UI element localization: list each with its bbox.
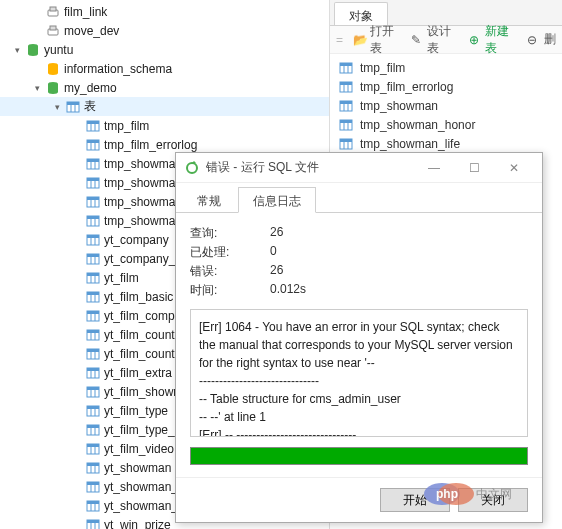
expand-icon[interactable] (72, 310, 83, 321)
svg-rect-104 (340, 82, 352, 85)
stat-value: 0 (270, 244, 528, 261)
tree-label: tmp_showman (104, 157, 182, 171)
svg-rect-20 (87, 159, 99, 162)
progress-bar (190, 447, 528, 465)
table-icon (85, 156, 101, 172)
expand-icon[interactable] (72, 348, 83, 359)
open-table-button[interactable]: 📂打开表 (353, 23, 401, 57)
tree-row[interactable]: ▾yuntu (0, 40, 329, 59)
svg-rect-84 (87, 463, 99, 466)
tree-label: move_dev (64, 24, 119, 38)
expand-icon[interactable] (72, 462, 83, 473)
expand-icon[interactable]: ▾ (12, 44, 23, 55)
expand-icon[interactable] (72, 367, 83, 378)
svg-rect-68 (87, 387, 99, 390)
tree-label: yt_film_country (104, 328, 185, 342)
list-item[interactable]: tmp_showman (334, 96, 558, 115)
expand-icon[interactable] (72, 519, 83, 529)
list-item[interactable]: tmp_showman_honor (334, 115, 558, 134)
tree-row[interactable]: ▾表 (0, 97, 329, 116)
expand-icon[interactable]: ▾ (32, 82, 43, 93)
tree-label: yt_film_extra (104, 366, 172, 380)
minimize-button[interactable]: — (414, 154, 454, 182)
stat-label: 查询: (190, 225, 270, 242)
expand-icon[interactable] (72, 253, 83, 264)
tree-row[interactable]: ▾my_demo (0, 78, 329, 97)
tab-info-log[interactable]: 信息日志 (238, 187, 316, 213)
svg-rect-100 (340, 63, 352, 66)
expand-icon[interactable] (32, 63, 43, 74)
expand-icon[interactable] (32, 25, 43, 36)
svg-rect-3 (50, 26, 56, 30)
stat-label: 错误: (190, 263, 270, 280)
tree-label: tmp_film (104, 119, 149, 133)
error-line: [Err] -- ------------------------------ (199, 426, 519, 437)
list-item-label: tmp_showman_life (360, 137, 460, 151)
expand-icon[interactable] (72, 234, 83, 245)
dialog-titlebar[interactable]: 错误 - 运行 SQL 文件 — ☐ ✕ (176, 153, 542, 183)
tree-row[interactable]: film_link (0, 2, 329, 21)
expand-icon[interactable] (72, 215, 83, 226)
tree-row[interactable]: move_dev (0, 21, 329, 40)
tree-label: yt_film_basic (104, 290, 173, 304)
tree-label: information_schema (64, 62, 172, 76)
table-icon (85, 232, 101, 248)
expand-icon[interactable] (72, 329, 83, 340)
expand-icon[interactable] (72, 405, 83, 416)
stat-label: 已处理: (190, 244, 270, 261)
expand-icon[interactable] (32, 6, 43, 17)
svg-rect-88 (87, 482, 99, 485)
tree-label: yt_showman (104, 461, 171, 475)
tree-label: yt_film (104, 271, 139, 285)
list-item[interactable]: tmp_film (334, 58, 558, 77)
expand-icon[interactable] (72, 158, 83, 169)
expand-icon[interactable] (72, 120, 83, 131)
toolbar: = 📂打开表 ✎设计表 ⊕新建表 ⊖删 (330, 26, 562, 54)
table-icon (85, 441, 101, 457)
table-icon (85, 327, 101, 343)
svg-rect-76 (87, 425, 99, 428)
expand-icon[interactable] (72, 177, 83, 188)
object-list: tmp_filmtmp_film_errorlogtmp_showmantmp_… (330, 54, 562, 157)
tab-general[interactable]: 常规 (182, 187, 236, 212)
stat-value: 0.012s (270, 282, 528, 299)
error-log-box[interactable]: [Err] 1064 - You have an error in your S… (190, 309, 528, 437)
table-icon (85, 498, 101, 514)
expand-icon[interactable]: ▾ (52, 101, 63, 112)
expand-icon[interactable] (72, 481, 83, 492)
expand-icon[interactable] (72, 291, 83, 302)
expand-icon[interactable] (72, 500, 83, 511)
svg-rect-28 (87, 197, 99, 200)
refresh-icon (184, 160, 200, 176)
design-table-button[interactable]: ✎设计表 (411, 23, 459, 57)
new-table-button[interactable]: ⊕新建表 (469, 23, 517, 57)
tree-label: film_link (64, 5, 107, 19)
svg-rect-56 (87, 330, 99, 333)
expand-icon[interactable] (72, 196, 83, 207)
expand-icon[interactable] (72, 139, 83, 150)
svg-text:php: php (436, 487, 458, 501)
db-icon (45, 61, 61, 77)
list-item[interactable]: tmp_showman_life (334, 134, 558, 153)
svg-rect-48 (87, 292, 99, 295)
expand-icon[interactable] (72, 386, 83, 397)
error-line: -- Table structure for cms_admin_user (199, 390, 519, 408)
stats-grid: 查询:26 已处理:0 错误:26 时间:0.012s (190, 225, 528, 299)
tree-row[interactable]: tmp_film (0, 116, 329, 135)
tree-label: yt_company (104, 233, 169, 247)
table-icon (85, 175, 101, 191)
list-item[interactable]: tmp_film_errorlog (334, 77, 558, 96)
tree-row[interactable]: information_schema (0, 59, 329, 78)
svg-rect-96 (87, 520, 99, 523)
svg-point-119 (187, 163, 197, 173)
svg-rect-40 (87, 254, 99, 257)
close-button[interactable]: ✕ (494, 154, 534, 182)
maximize-button[interactable]: ☐ (454, 154, 494, 182)
expand-icon[interactable] (72, 443, 83, 454)
svg-rect-44 (87, 273, 99, 276)
error-dialog: 错误 - 运行 SQL 文件 — ☐ ✕ 常规 信息日志 查询:26 已处理:0… (175, 152, 543, 523)
delete-table-button[interactable]: ⊖删 (527, 31, 556, 48)
expand-icon[interactable] (72, 272, 83, 283)
expand-icon[interactable] (72, 424, 83, 435)
table-icon (85, 403, 101, 419)
